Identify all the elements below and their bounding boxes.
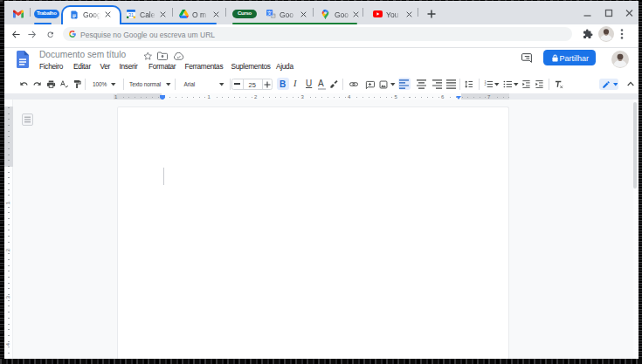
svg-text:2: 2 (484, 83, 486, 86)
svg-text:31: 31 (128, 12, 134, 17)
svg-text:G: G (272, 14, 274, 18)
